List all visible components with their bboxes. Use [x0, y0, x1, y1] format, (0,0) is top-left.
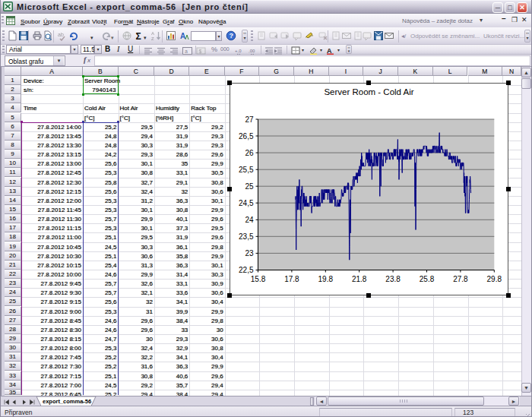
svg-text:26: 26 — [245, 149, 254, 157]
svg-text:,00: ,00 — [249, 49, 255, 53]
svg-text:26,5: 26,5 — [239, 132, 254, 141]
svg-text:25: 25 — [245, 182, 254, 191]
svg-text:ab: ab — [58, 32, 64, 37]
svg-text:25,5: 25,5 — [239, 166, 254, 174]
svg-text:27.8: 27.8 — [453, 275, 468, 283]
svg-text:17.8: 17.8 — [284, 275, 299, 283]
svg-text:15.8: 15.8 — [250, 275, 265, 283]
svg-text:Z: Z — [151, 36, 154, 41]
svg-text:A: A — [151, 31, 154, 36]
svg-text:25.8: 25.8 — [419, 275, 434, 283]
svg-text:?: ? — [230, 32, 234, 39]
svg-text:24,5: 24,5 — [239, 199, 254, 207]
svg-text:24: 24 — [245, 216, 254, 224]
svg-text:29.8: 29.8 — [486, 275, 502, 283]
svg-text:23: 23 — [245, 249, 254, 257]
svg-text:19.8: 19.8 — [318, 275, 333, 283]
svg-text:+,0: +,0 — [235, 49, 242, 53]
svg-text:A: A — [327, 47, 332, 55]
svg-text:21.8: 21.8 — [351, 275, 366, 283]
svg-text:22,5: 22,5 — [239, 266, 254, 274]
svg-text:23,5: 23,5 — [239, 232, 254, 241]
svg-text:Σ: Σ — [136, 31, 141, 42]
svg-text:23.8: 23.8 — [385, 275, 401, 283]
svg-text:27: 27 — [245, 115, 254, 124]
svg-text:a: a — [185, 49, 188, 54]
svg-text:Server Room - Cold Air: Server Room - Cold Air — [324, 87, 413, 96]
svg-text:A: A — [180, 32, 185, 40]
svg-text:$: $ — [199, 49, 202, 54]
